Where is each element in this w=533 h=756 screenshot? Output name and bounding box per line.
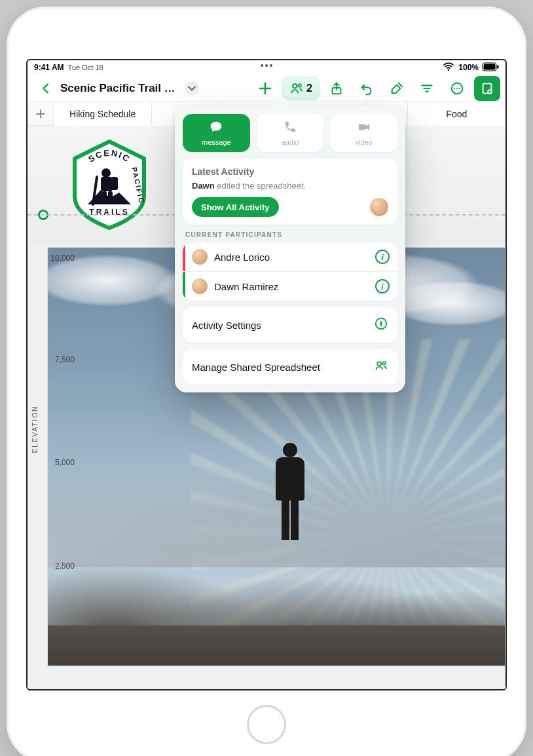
video-label: video [356, 138, 373, 146]
video-button[interactable]: video [330, 114, 397, 152]
filter-button[interactable] [414, 76, 440, 101]
svg-text:TRAILS: TRAILS [89, 208, 129, 217]
svg-point-33 [377, 362, 381, 366]
participant-row[interactable]: Andre Lorico [183, 242, 397, 271]
message-icon [209, 120, 223, 137]
document-title[interactable]: Scenic Pacific Trail Se... [60, 82, 178, 95]
svg-point-13 [454, 87, 455, 88]
people-icon [374, 358, 388, 375]
svg-rect-25 [111, 177, 118, 190]
add-button[interactable] [252, 76, 278, 101]
sheet-tab[interactable]: Hiking Schedule [54, 102, 152, 126]
participants-list: Andre Lorico Dawn Ramirez [183, 242, 397, 301]
add-sheet-button[interactable] [28, 102, 54, 126]
message-label: message [202, 138, 231, 146]
activity-settings-label: Activity Settings [192, 320, 367, 331]
document-menu-button[interactable] [185, 81, 199, 96]
undo-button[interactable] [354, 76, 380, 101]
info-icon[interactable] [375, 279, 390, 293]
inspector-button[interactable] [474, 76, 500, 101]
participant-avatar [192, 278, 208, 294]
svg-point-6 [293, 84, 297, 88]
collaboration-button[interactable]: 2 [282, 77, 320, 100]
compass-icon [374, 316, 388, 333]
presence-stripe [183, 242, 185, 271]
format-paint-button[interactable] [384, 76, 410, 101]
svg-point-14 [456, 87, 458, 88]
activity-avatar[interactable] [370, 198, 388, 216]
svg-rect-24 [101, 177, 113, 191]
share-button[interactable] [323, 76, 350, 101]
video-icon [357, 120, 371, 137]
audio-button[interactable]: audio [257, 114, 324, 152]
collaboration-count: 2 [306, 83, 312, 94]
ipad-device: 9:41 AM Tue Oct 18 100% Scenic Pacific T… [7, 7, 526, 756]
svg-marker-32 [380, 320, 382, 328]
svg-rect-30 [358, 124, 365, 130]
status-bar: 9:41 AM Tue Oct 18 100% [28, 60, 505, 75]
manage-shared-row[interactable]: Manage Shared Spreadsheet [183, 349, 397, 385]
y-axis-label: ELEVATION [31, 406, 39, 453]
message-button[interactable]: message [183, 114, 250, 152]
show-all-activity-button[interactable]: Show All Activity [192, 197, 279, 217]
status-date: Tue Oct 18 [68, 64, 103, 71]
participant-name: Andre Lorico [214, 252, 369, 263]
trail-badge-logo: SCENIC PACIFIC TRAILS [67, 139, 152, 231]
status-time: 9:41 AM [34, 63, 64, 72]
selection-handle[interactable] [38, 210, 48, 220]
more-button[interactable] [444, 76, 470, 101]
screen: 9:41 AM Tue Oct 18 100% Scenic Pacific T… [26, 59, 507, 690]
svg-point-17 [488, 90, 492, 94]
activity-settings-row[interactable]: Activity Settings [183, 307, 397, 343]
presence-stripe [183, 272, 185, 301]
collaboration-popover: message audio video Latest Activity Dawn… [175, 106, 405, 392]
svg-point-15 [459, 87, 460, 88]
participant-avatar [192, 249, 208, 265]
back-button[interactable] [33, 76, 59, 101]
latest-activity-line: Dawn edited the spreadsheet. [192, 181, 388, 191]
sheet-tab[interactable]: Food [408, 102, 505, 126]
participant-name: Dawn Ramirez [214, 281, 369, 292]
home-button[interactable] [247, 705, 286, 744]
svg-point-0 [448, 69, 449, 70]
participants-section-title: CURRENT PARTICIPANTS [185, 231, 395, 238]
hiker-silhouette [264, 443, 316, 548]
wifi-icon [442, 60, 455, 75]
svg-point-7 [298, 84, 301, 86]
battery-pct: 100% [458, 63, 479, 72]
manage-shared-label: Manage Shared Spreadsheet [192, 362, 367, 373]
multitasking-dots[interactable] [261, 64, 272, 67]
svg-rect-2 [484, 64, 496, 69]
app-toolbar: Scenic Pacific Trail Se... 2 [28, 75, 505, 102]
latest-activity-card: Latest Activity Dawn edited the spreadsh… [183, 159, 397, 225]
info-icon[interactable] [375, 250, 390, 264]
phone-icon [283, 120, 297, 137]
audio-label: audio [282, 138, 299, 146]
svg-rect-3 [497, 65, 499, 68]
battery-icon [482, 62, 499, 73]
svg-point-23 [101, 168, 111, 178]
svg-point-34 [382, 362, 385, 364]
svg-rect-16 [483, 83, 492, 93]
participant-row[interactable]: Dawn Ramirez [183, 271, 397, 301]
latest-activity-title: Latest Activity [192, 166, 388, 177]
